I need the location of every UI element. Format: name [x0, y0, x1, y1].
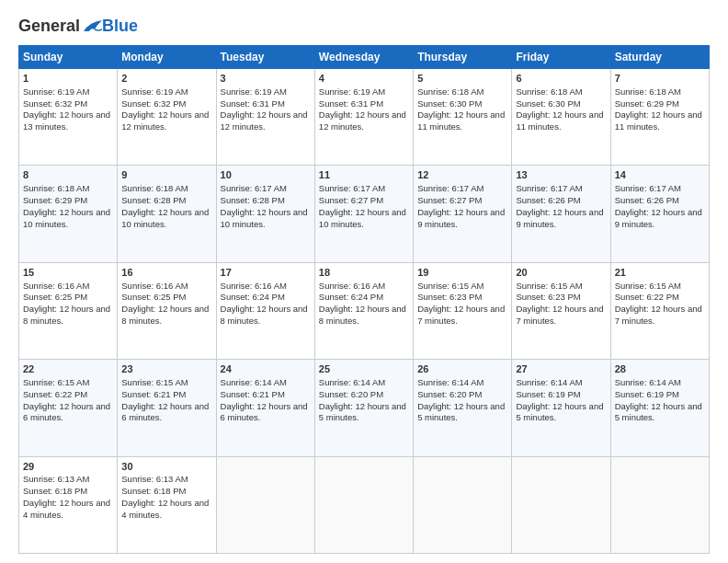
day-number: 10	[221, 168, 311, 182]
header: General Blue	[18, 17, 710, 36]
calendar-day-cell: 10Sunrise: 6:17 AMSunset: 6:28 PMDayligh…	[216, 166, 314, 262]
sunset-text: Sunset: 6:24 PM	[319, 292, 383, 302]
calendar-week-row: 1Sunrise: 6:19 AMSunset: 6:32 PMDaylight…	[19, 69, 710, 166]
sunset-text: Sunset: 6:27 PM	[417, 195, 482, 205]
sunset-text: Sunset: 6:32 PM	[23, 98, 87, 109]
day-number: 13	[516, 168, 606, 182]
sunrise-text: Sunrise: 6:15 AM	[516, 281, 582, 291]
sunset-text: Sunset: 6:31 PM	[221, 98, 285, 109]
day-number: 20	[516, 266, 606, 280]
calendar-day-cell: 23Sunrise: 6:15 AMSunset: 6:21 PMDayligh…	[118, 360, 216, 456]
sunset-text: Sunset: 6:27 PM	[319, 195, 383, 205]
day-number: 21	[615, 266, 705, 280]
sunset-text: Sunset: 6:23 PM	[516, 292, 580, 302]
daylight-text: Daylight: 12 hours and 8 minutes.	[319, 304, 406, 326]
calendar-day-cell: 13Sunrise: 6:17 AMSunset: 6:26 PMDayligh…	[512, 166, 610, 262]
calendar-day-cell: 20Sunrise: 6:15 AMSunset: 6:23 PMDayligh…	[512, 262, 610, 359]
daylight-text: Daylight: 12 hours and 11 minutes.	[615, 109, 702, 132]
sunset-text: Sunset: 6:25 PM	[23, 292, 87, 302]
sunset-text: Sunset: 6:20 PM	[319, 389, 383, 399]
day-number: 27	[516, 362, 606, 376]
calendar-day-cell: 3Sunrise: 6:19 AMSunset: 6:31 PMDaylight…	[216, 69, 314, 166]
daylight-text: Daylight: 12 hours and 7 minutes.	[417, 304, 505, 326]
sunrise-text: Sunrise: 6:19 AM	[23, 86, 89, 97]
sunrise-text: Sunrise: 6:16 AM	[121, 281, 188, 291]
day-number: 1	[23, 72, 113, 86]
day-number: 25	[319, 362, 409, 376]
sunset-text: Sunset: 6:28 PM	[121, 195, 186, 205]
calendar-day-cell: 19Sunrise: 6:15 AMSunset: 6:23 PMDayligh…	[414, 262, 512, 359]
sunrise-text: Sunrise: 6:15 AM	[417, 281, 483, 291]
sunrise-text: Sunrise: 6:17 AM	[417, 183, 483, 193]
daylight-text: Daylight: 12 hours and 5 minutes.	[516, 401, 603, 423]
sunset-text: Sunset: 6:29 PM	[23, 195, 87, 205]
daylight-text: Daylight: 12 hours and 9 minutes.	[417, 207, 505, 229]
calendar-day-cell: 1Sunrise: 6:19 AMSunset: 6:32 PMDaylight…	[19, 69, 118, 166]
calendar-day-cell: 21Sunrise: 6:15 AMSunset: 6:22 PMDayligh…	[610, 262, 709, 359]
daylight-text: Daylight: 12 hours and 6 minutes.	[23, 401, 110, 423]
page: General Blue SundayMondayTuesdayWednesda…	[0, 0, 728, 563]
calendar-day-cell: 4Sunrise: 6:19 AMSunset: 6:31 PMDaylight…	[314, 69, 413, 166]
logo: General Blue	[18, 17, 138, 36]
calendar-day-header: Wednesday	[314, 46, 413, 69]
calendar-day-cell: 14Sunrise: 6:17 AMSunset: 6:26 PMDayligh…	[610, 166, 709, 262]
sunrise-text: Sunrise: 6:18 AM	[615, 86, 681, 97]
calendar-day-cell: 6Sunrise: 6:18 AMSunset: 6:30 PMDaylight…	[512, 69, 610, 166]
daylight-text: Daylight: 12 hours and 9 minutes.	[615, 207, 702, 229]
calendar-day-cell	[512, 456, 610, 553]
calendar-day-header: Tuesday	[216, 46, 314, 69]
day-number: 4	[319, 72, 409, 86]
sunset-text: Sunset: 6:25 PM	[121, 292, 186, 302]
calendar-day-cell: 7Sunrise: 6:18 AMSunset: 6:29 PMDaylight…	[610, 69, 709, 166]
sunset-text: Sunset: 6:26 PM	[615, 195, 679, 205]
calendar-day-cell	[610, 456, 709, 553]
sunset-text: Sunset: 6:32 PM	[121, 98, 186, 109]
calendar-day-cell: 28Sunrise: 6:14 AMSunset: 6:19 PMDayligh…	[610, 360, 709, 456]
calendar-week-row: 29Sunrise: 6:13 AMSunset: 6:18 PMDayligh…	[19, 456, 710, 553]
sunset-text: Sunset: 6:30 PM	[516, 98, 580, 109]
day-number: 6	[516, 72, 606, 86]
sunrise-text: Sunrise: 6:18 AM	[516, 86, 582, 97]
sunset-text: Sunset: 6:23 PM	[417, 292, 482, 302]
day-number: 22	[23, 362, 113, 376]
day-number: 17	[221, 266, 311, 280]
sunset-text: Sunset: 6:29 PM	[615, 98, 679, 109]
day-number: 8	[23, 168, 113, 182]
daylight-text: Daylight: 12 hours and 5 minutes.	[319, 401, 406, 423]
day-number: 16	[121, 266, 211, 280]
daylight-text: Daylight: 12 hours and 8 minutes.	[221, 304, 308, 326]
sunrise-text: Sunrise: 6:13 AM	[121, 474, 188, 484]
day-number: 29	[23, 460, 113, 474]
calendar-table: SundayMondayTuesdayWednesdayThursdayFrid…	[18, 45, 710, 554]
calendar-day-cell: 12Sunrise: 6:17 AMSunset: 6:27 PMDayligh…	[414, 166, 512, 262]
daylight-text: Daylight: 12 hours and 5 minutes.	[417, 401, 505, 423]
calendar-day-header: Saturday	[610, 46, 709, 69]
sunset-text: Sunset: 6:26 PM	[516, 195, 580, 205]
sunrise-text: Sunrise: 6:18 AM	[23, 183, 89, 193]
daylight-text: Daylight: 12 hours and 7 minutes.	[615, 304, 702, 326]
day-number: 28	[615, 362, 705, 376]
daylight-text: Daylight: 12 hours and 12 minutes.	[319, 109, 406, 132]
sunrise-text: Sunrise: 6:15 AM	[121, 377, 188, 387]
sunrise-text: Sunrise: 6:16 AM	[221, 281, 287, 291]
sunrise-text: Sunrise: 6:18 AM	[417, 86, 483, 97]
daylight-text: Daylight: 12 hours and 8 minutes.	[121, 304, 209, 326]
calendar-day-header: Thursday	[414, 46, 512, 69]
sunset-text: Sunset: 6:30 PM	[417, 98, 482, 109]
sunset-text: Sunset: 6:24 PM	[221, 292, 285, 302]
sunrise-text: Sunrise: 6:16 AM	[319, 281, 385, 291]
day-number: 2	[121, 72, 211, 86]
calendar-day-cell: 25Sunrise: 6:14 AMSunset: 6:20 PMDayligh…	[314, 360, 413, 456]
sunset-text: Sunset: 6:20 PM	[417, 389, 482, 399]
daylight-text: Daylight: 12 hours and 4 minutes.	[23, 498, 110, 520]
day-number: 7	[615, 72, 705, 86]
calendar-day-cell: 26Sunrise: 6:14 AMSunset: 6:20 PMDayligh…	[414, 360, 512, 456]
sunrise-text: Sunrise: 6:14 AM	[615, 377, 681, 387]
sunset-text: Sunset: 6:18 PM	[121, 486, 186, 496]
day-number: 24	[221, 362, 311, 376]
calendar-day-cell: 29Sunrise: 6:13 AMSunset: 6:18 PMDayligh…	[19, 456, 118, 553]
calendar-day-cell	[414, 456, 512, 553]
calendar-day-cell: 17Sunrise: 6:16 AMSunset: 6:24 PMDayligh…	[216, 262, 314, 359]
calendar-header-row: SundayMondayTuesdayWednesdayThursdayFrid…	[19, 46, 710, 69]
calendar-body: 1Sunrise: 6:19 AMSunset: 6:32 PMDaylight…	[19, 69, 710, 554]
